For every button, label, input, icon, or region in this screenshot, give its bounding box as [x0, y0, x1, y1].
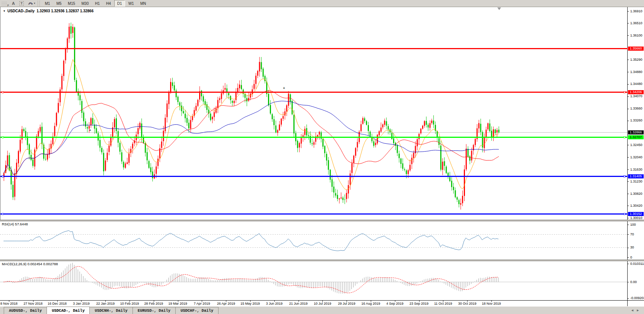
- rsi-panel: RSI(14) 57.6448 10070300: [0, 221, 644, 260]
- price-axis-label: 1.34070: [630, 95, 643, 98]
- macd-tick: [628, 282, 629, 282]
- chart-tab-usdcnh-daily[interactable]: USDCNH-, Daily: [89, 307, 133, 314]
- cross-marker-icon[interactable]: +: [89, 129, 91, 132]
- chart-title-text: USDCAD-,Daily 1.32903 1.32936 1.32837 1.…: [7, 9, 93, 13]
- fibonacci-icon[interactable]: F: [1, 1, 9, 6]
- time-axis-label: 29 Jul 2019: [333, 302, 360, 305]
- price-tick: [628, 145, 629, 145]
- level-price-badge: 1.32707: [628, 135, 644, 139]
- time-axis-label: 10 Feb 2019: [116, 302, 143, 305]
- time-axis-label: 30 Oct 2019: [454, 302, 481, 305]
- price-axis-label: 1.30010: [630, 216, 643, 220]
- price-axis-label: 1.32040: [630, 156, 643, 159]
- price-axis-label: 1.33660: [630, 107, 643, 110]
- time-axis[interactable]: 8 Nov 201827 Nov 201816 Dec 20183 Jan 20…: [0, 300, 644, 306]
- timeframe-button-w1[interactable]: W1: [125, 0, 137, 7]
- chart-tab-audusd-daily[interactable]: AUDUSD-, Daily: [4, 307, 47, 314]
- line-handle[interactable]: [624, 91, 625, 93]
- time-axis-label: 11 Oct 2019: [430, 302, 456, 305]
- line-handle[interactable]: [624, 213, 625, 215]
- horizontal-level-line-1.32707[interactable]: [0, 137, 628, 138]
- time-axis-label: 15 May 2019: [237, 302, 264, 305]
- macd-axis-label: 0.010311: [630, 262, 644, 266]
- time-axis-label: 23 Sep 2019: [406, 302, 433, 305]
- timeframe-button-m30[interactable]: M30: [79, 0, 92, 7]
- time-axis-label: 22 Jan 2019: [92, 302, 119, 305]
- timeframe-button-m15[interactable]: M15: [65, 0, 78, 7]
- main-chart-panel: ▼USDCAD-,Daily 1.32903 1.32936 1.32837 1…: [0, 7, 644, 220]
- timeframe-button-h4[interactable]: H4: [103, 0, 114, 7]
- macd-tick: [628, 264, 629, 264]
- timeframe-button-m5[interactable]: M5: [53, 0, 64, 7]
- line-handle[interactable]: [624, 136, 625, 138]
- candle-wicks-bearish: [9, 23, 499, 207]
- toolbar-grip[interactable]: [38, 1, 40, 6]
- rsi-line: [4, 231, 499, 251]
- horizontal-level-line-1.31405[interactable]: [0, 176, 628, 177]
- line-handle[interactable]: [2, 136, 4, 138]
- chart-tab-usdcad-daily[interactable]: USDCAD-, Daily: [47, 307, 90, 314]
- line-handle[interactable]: [624, 175, 625, 177]
- rsi-tick: [628, 257, 629, 258]
- time-axis-label: 3 Jun 2019: [261, 302, 288, 305]
- candle-bodies-bearish: [9, 26, 500, 204]
- level-price-badge: 1.34206: [628, 90, 644, 94]
- timeframe-button-h1[interactable]: H1: [92, 0, 103, 7]
- price-axis-label: 1.30420: [630, 204, 643, 207]
- rsi-axis[interactable]: 10070300: [627, 221, 644, 260]
- line-handle[interactable]: [2, 213, 4, 215]
- level-price-badge: 1.31405: [628, 174, 644, 178]
- arrows-icon[interactable]: ⇗⇘: [26, 1, 35, 6]
- price-tick: [628, 23, 629, 23]
- tab-scroll-left-icon[interactable]: ◄: [631, 308, 636, 312]
- tab-scroll-buttons: ◄►: [631, 308, 642, 312]
- timeframe-button-group: M1M5M15M30H1H4D1W1MN: [42, 0, 150, 7]
- time-axis-corner: [627, 301, 644, 306]
- horizontal-level-line-1.35660[interactable]: [0, 48, 628, 49]
- price-tick: [628, 72, 629, 72]
- rsi-tick: [628, 225, 629, 225]
- horizontal-level-line-1.30152[interactable]: [0, 213, 628, 215]
- time-axis-label: 28 Feb 2019: [140, 302, 167, 305]
- line-handle[interactable]: [2, 175, 4, 177]
- timeframe-button-m1[interactable]: M1: [42, 0, 53, 7]
- price-axis-label: 1.34480: [630, 82, 643, 86]
- rsi-tick: [628, 248, 629, 248]
- price-tick: [628, 181, 629, 182]
- rsi-canvas: [0, 221, 628, 260]
- time-axis-label: 18 Nov 2019: [478, 302, 505, 305]
- text-label-icon[interactable]: A: [9, 1, 17, 6]
- price-axis-label: 1.36100: [630, 34, 643, 37]
- timeframe-button-d1[interactable]: D1: [114, 0, 125, 7]
- price-axis-label: 1.36510: [630, 22, 643, 25]
- tab-scroll-right-icon[interactable]: ►: [636, 308, 642, 312]
- text-box-icon[interactable]: T: [17, 1, 26, 6]
- rsi-axis-label: 70: [630, 233, 634, 236]
- rsi-plot[interactable]: RSI(14) 57.6448: [0, 221, 628, 260]
- price-tick: [628, 206, 629, 206]
- price-axis-label: 1.30820: [630, 192, 643, 196]
- cross-marker-icon[interactable]: +: [283, 87, 285, 90]
- price-tick: [628, 121, 629, 121]
- time-axis-label: 21 Jun 2019: [285, 302, 312, 305]
- price-axis-label: 1.36910: [630, 10, 643, 13]
- main-chart-plot[interactable]: ▼USDCAD-,Daily 1.32903 1.32936 1.32837 1…: [0, 7, 628, 220]
- symbol-collapse-icon[interactable]: ▼: [3, 10, 6, 12]
- timeframe-button-mn[interactable]: MN: [137, 0, 149, 7]
- line-handle[interactable]: [2, 91, 4, 93]
- trading-terminal: FAT⇗⇘▾ M1M5M15M30H1H4D1W1MN ▼USDCAD-,Dai…: [0, 0, 644, 314]
- macd-plot[interactable]: MACD(12,26,9) 0.002454 0.002788: [0, 261, 628, 300]
- horizontal-level-line-1.34206[interactable]: [0, 92, 628, 93]
- macd-axis[interactable]: 0.0103110.00-0.009203: [627, 261, 644, 300]
- candlestick-canvas: [0, 7, 628, 220]
- price-axis[interactable]: 1.369101.365101.361001.352901.348801.344…: [627, 7, 644, 220]
- chart-shift-marker-icon[interactable]: [497, 7, 501, 10]
- candle-wicks-bullish: [4, 23, 497, 210]
- chart-tab-usdchf-daily[interactable]: USDCHF-, Daily: [175, 307, 219, 314]
- price-tick: [628, 194, 629, 194]
- chart-tab-eurusd-daily[interactable]: EURUSD-, Daily: [133, 307, 176, 314]
- rsi-axis-label: 30: [630, 246, 634, 249]
- macd-label: MACD(12,26,9) 0.002454 0.002788: [2, 262, 58, 266]
- price-axis-label: 1.31230: [630, 180, 643, 183]
- price-axis-label: 1.34880: [630, 70, 643, 74]
